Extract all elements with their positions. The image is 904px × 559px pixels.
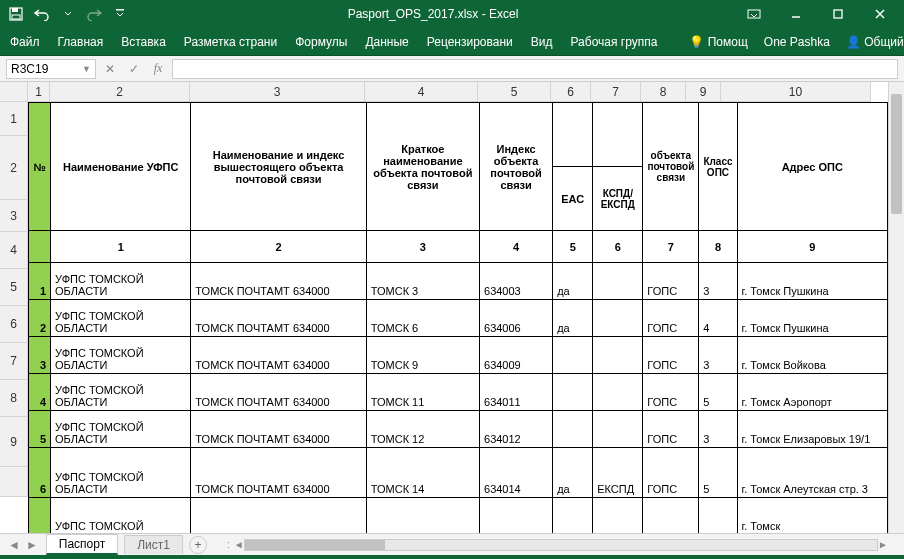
row-header[interactable]: 7 [0,343,27,380]
cell[interactable]: ТОМСК ПОЧТАМТ 634000 [191,300,366,337]
horizontal-scrollbar[interactable]: : ◄ ► [223,539,888,551]
cell[interactable] [699,498,737,534]
help-button[interactable]: 💡 Помощ [687,31,749,53]
cell[interactable]: г. Томск Аэропорт [737,374,887,411]
row-header[interactable]: 5 [0,269,27,306]
fx-icon[interactable]: fx [148,59,168,79]
cell[interactable]: УФПС ТОМСКОЙ [51,498,191,534]
cell[interactable]: ГОПС [643,263,699,300]
cell[interactable]: да [553,263,593,300]
cell[interactable]: ГОПС [643,448,699,498]
col-header[interactable]: 2 [50,82,190,101]
cell[interactable] [553,374,593,411]
cell[interactable]: 6 [29,448,51,498]
cell[interactable] [593,498,643,534]
cell[interactable] [593,300,643,337]
undo-icon[interactable] [30,2,54,26]
col-header[interactable]: 10 [721,82,871,101]
cell[interactable]: 5 [699,374,737,411]
save-icon[interactable] [4,2,28,26]
row-header[interactable]: 2 [0,136,27,200]
cell[interactable]: УФПС ТОМСКОЙ ОБЛАСТИ [51,300,191,337]
cell[interactable]: да [553,300,593,337]
user-account[interactable]: One Pashka [762,31,832,53]
undo-dropdown-icon[interactable] [56,2,80,26]
cell[interactable]: 3 [29,337,51,374]
tab-review[interactable]: Рецензировани [425,31,515,53]
row-header[interactable]: 8 [0,380,27,417]
cell[interactable]: ТОМСК 3 [366,263,479,300]
cell[interactable]: УФПС ТОМСКОЙ ОБЛАСТИ [51,337,191,374]
minimize-icon[interactable] [776,2,816,26]
cell[interactable]: г. Томск Пушкина [737,300,887,337]
tab-file[interactable]: Файл [8,31,42,53]
col-header[interactable]: 7 [591,82,641,101]
ribbon-options-icon[interactable] [734,2,774,26]
cell[interactable]: г. Томск Войкова [737,337,887,374]
col-header[interactable]: 9 [686,82,721,101]
cell[interactable]: ТОМСК 6 [366,300,479,337]
col-header[interactable]: 6 [551,82,591,101]
col-header[interactable]: 1 [28,82,50,101]
sheet-nav[interactable]: ◄► [6,538,40,552]
row-header[interactable]: 6 [0,306,27,343]
cell[interactable]: ГОПС [643,374,699,411]
cell[interactable]: г. Томск Алеутская стр. 3 [737,448,887,498]
row-header[interactable]: 9 [0,417,27,467]
cell[interactable] [553,498,593,534]
cell[interactable]: 634006 [480,300,553,337]
col-header[interactable]: 3 [190,82,365,101]
tab-insert[interactable]: Вставка [119,31,168,53]
cell[interactable]: 634014 [480,448,553,498]
select-all-corner[interactable] [0,82,28,102]
tab-data[interactable]: Данные [363,31,410,53]
cell[interactable] [191,498,366,534]
maximize-icon[interactable] [818,2,858,26]
cell[interactable]: УФПС ТОМСКОЙ ОБЛАСТИ [51,411,191,448]
qat-customize-icon[interactable] [108,2,132,26]
row-header[interactable]: 4 [0,232,27,269]
scrollbar-thumb[interactable] [891,94,902,214]
cell[interactable]: ТОМСК ПОЧТАМТ 634000 [191,263,366,300]
cell[interactable] [29,498,51,534]
tab-layout[interactable]: Разметка страни [182,31,279,53]
cell[interactable]: 634011 [480,374,553,411]
cell[interactable]: ГОПС [643,411,699,448]
cell[interactable]: ГОПС [643,300,699,337]
col-header[interactable]: 4 [365,82,478,101]
cell[interactable] [593,411,643,448]
cell[interactable]: ТОМСК 9 [366,337,479,374]
col-header[interactable]: 5 [478,82,551,101]
cell[interactable]: 634012 [480,411,553,448]
cell[interactable] [480,498,553,534]
cell[interactable]: УФПС ТОМСКОЙ ОБЛАСТИ [51,263,191,300]
sheet-tab-other[interactable]: Лист1 [124,535,183,554]
add-sheet-icon[interactable]: + [189,536,207,554]
tab-home[interactable]: Главная [56,31,106,53]
vertical-scrollbar[interactable] [888,82,904,533]
scroll-right-icon[interactable]: ► [878,539,888,550]
cancel-formula-icon[interactable]: ✕ [100,59,120,79]
close-icon[interactable] [860,2,900,26]
cell[interactable]: УФПС ТОМСКОЙ ОБЛАСТИ [51,448,191,498]
cell[interactable]: 634003 [480,263,553,300]
cell[interactable]: 3 [699,263,737,300]
row-header[interactable]: 3 [0,200,27,232]
cell[interactable]: г. Томск Пушкина [737,263,887,300]
cell[interactable] [593,337,643,374]
hscroll-thumb[interactable] [245,540,385,550]
cell[interactable]: ТОМСК 12 [366,411,479,448]
cell[interactable]: 4 [29,374,51,411]
cell[interactable]: ТОМСК ПОЧТАМТ 634000 [191,411,366,448]
cell[interactable]: 3 [699,411,737,448]
scroll-left-icon[interactable]: ◄ [234,539,244,550]
cell[interactable]: ТОМСК 14 [366,448,479,498]
cell[interactable]: 5 [699,448,737,498]
tab-formulas[interactable]: Формулы [293,31,349,53]
tab-workgroup[interactable]: Рабочая группа [568,31,659,53]
col-header[interactable]: 8 [641,82,686,101]
cell[interactable]: ТОМСК ПОЧТАМТ 634000 [191,448,366,498]
redo-icon[interactable] [82,2,106,26]
cell[interactable]: ЕКСПД [593,448,643,498]
name-box[interactable]: R3C19 ▼ [6,59,96,79]
